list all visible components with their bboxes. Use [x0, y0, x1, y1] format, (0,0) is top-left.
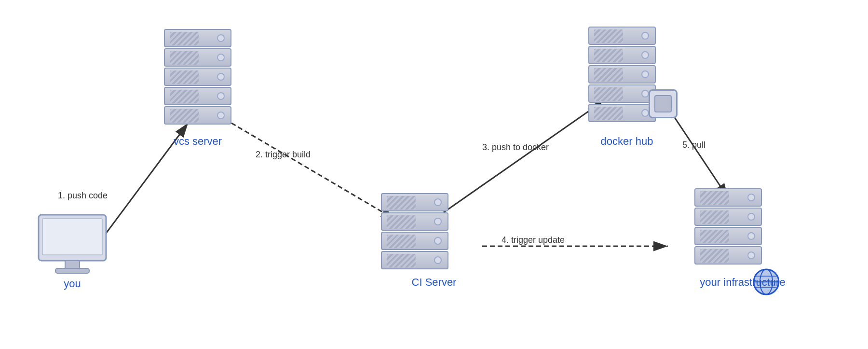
arrows-svg [0, 0, 868, 349]
svg-line-3 [231, 123, 395, 220]
vcs-server-label: vcs server [149, 135, 246, 148]
ci-server-label: CI Server [386, 276, 482, 289]
svg-line-4 [444, 101, 603, 212]
svg-rect-10 [55, 268, 89, 273]
docker-hub-icon [588, 27, 656, 122]
svg-line-6 [670, 111, 728, 198]
docker-hub-label: docker hub [579, 135, 675, 148]
vcs-server-icon [164, 29, 231, 125]
pull-label: 5. pull [682, 140, 705, 150]
your-infrastructure-icon [694, 188, 762, 265]
svg-rect-8 [42, 219, 102, 255]
trigger-build-label: 2. trigger build [256, 150, 311, 160]
push-to-docker-label: 3. push to docker [482, 142, 549, 153]
ci-server-icon [381, 193, 448, 269]
push-code-label: 1. push code [58, 191, 108, 201]
docker-badge [649, 89, 678, 118]
diagram: you vcs server 1. push code 2. trigger b… [0, 0, 868, 349]
your-infrastructure-label: your infrastructure [685, 276, 800, 289]
monitor-icon [34, 212, 111, 277]
you-label: you [48, 278, 96, 290]
trigger-update-label: 4. trigger update [502, 235, 565, 245]
